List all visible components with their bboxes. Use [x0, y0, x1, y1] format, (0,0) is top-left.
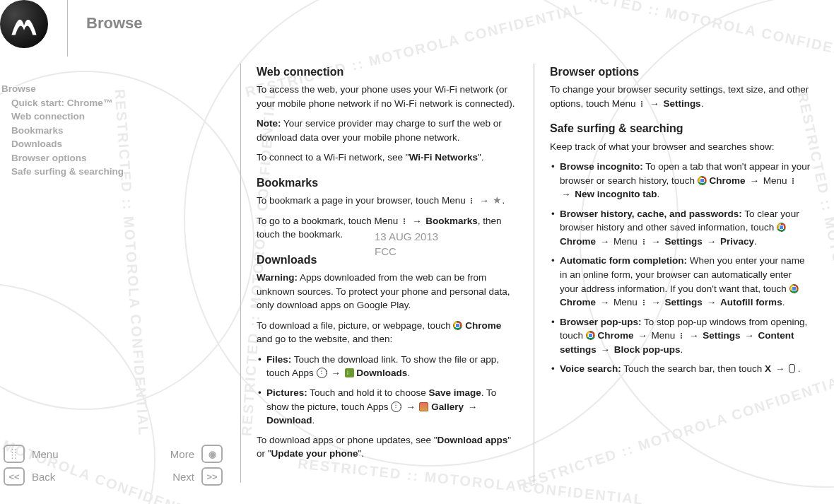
grid-icon: ::::	[4, 445, 25, 463]
list-item: Browser history, cache, and passwords: T…	[550, 207, 811, 249]
heading-browser-options: Browser options	[550, 64, 811, 80]
downloads-icon	[345, 368, 354, 377]
more-button[interactable]: More ◉	[170, 445, 223, 463]
menu-dots-icon	[401, 218, 408, 225]
menu-dots-icon	[678, 332, 685, 339]
menu-dots-icon	[468, 197, 475, 204]
paragraph: To go to a bookmark, touch Menu → Bookma…	[257, 214, 518, 242]
paragraph: To connect to a Wi-Fi network, see "Wi-F…	[257, 151, 518, 165]
paragraph: Keep track of what your browser and sear…	[550, 140, 811, 154]
chrome-icon	[586, 331, 595, 340]
next-icon: >>	[201, 467, 223, 486]
menu-dots-icon	[789, 177, 797, 184]
list-item: Automatic form completion: When you ente…	[550, 254, 811, 309]
heading-web-connection: Web connection	[257, 64, 518, 80]
apps-icon	[391, 402, 401, 412]
list-item: Pictures: Touch and hold it to choose Sa…	[257, 386, 518, 428]
menu-dots-icon	[638, 100, 645, 107]
paragraph: To download apps or phone updates, see "…	[257, 433, 518, 461]
menu-dots-icon	[640, 238, 647, 245]
chrome-icon	[453, 321, 462, 330]
back-icon: <<	[4, 467, 25, 486]
paragraph: To change your browser security settings…	[550, 83, 811, 110]
toc-root[interactable]: Browse	[1, 82, 124, 96]
chrome-icon	[698, 176, 707, 185]
left-sidebar: Browse Browse Quick start: Chrome™ Web c…	[0, 0, 240, 504]
mic-icon	[789, 364, 795, 373]
page-title: Browse	[86, 14, 142, 33]
star-icon: ★	[493, 195, 502, 206]
toc: Browse Quick start: Chrome™ Web connecti…	[1, 82, 124, 179]
menu-button[interactable]: :::: Menu	[4, 445, 59, 463]
toc-item[interactable]: Bookmarks	[1, 124, 124, 138]
list-item: Browse incognito: To open a tab that won…	[550, 160, 811, 201]
heading-safe-surfing: Safe surfing & searching	[550, 120, 811, 136]
more-icon: ◉	[201, 445, 223, 463]
paragraph: To access the web, your phone uses your …	[257, 83, 518, 110]
list-item: Browser pop-ups: To stop pop-up windows …	[550, 315, 811, 357]
list-item: Files: Touch the download link. To show …	[257, 353, 518, 380]
heading-bookmarks: Bookmarks	[257, 175, 518, 191]
list-item: Voice search: Touch the search bar, then…	[550, 362, 811, 376]
toc-item[interactable]: Downloads	[1, 137, 124, 151]
toc-item[interactable]: Web connection	[1, 110, 124, 124]
paragraph: To download a file, picture, or webpage,…	[257, 319, 518, 346]
menu-dots-icon	[640, 299, 647, 306]
toc-item[interactable]: Quick start: Chrome™	[1, 96, 124, 110]
bottom-nav: :::: Menu More ◉ << Back Next >>	[4, 445, 223, 490]
chrome-icon	[777, 223, 786, 232]
paragraph: To bookmark a page in your browser, touc…	[257, 194, 518, 208]
apps-icon	[317, 368, 327, 378]
back-button[interactable]: << Back	[4, 467, 55, 486]
next-button[interactable]: Next >>	[172, 467, 223, 486]
paragraph: Warning: Apps downloaded from the web ca…	[257, 271, 518, 312]
chrome-icon	[789, 284, 799, 293]
content-column-1: Web connection To access the web, your p…	[240, 64, 534, 483]
content-column-2: Browser options To change your browser s…	[534, 64, 827, 483]
toc-item[interactable]: Safe surfing & searching	[1, 165, 124, 179]
gallery-icon	[419, 402, 428, 411]
toc-item[interactable]: Browser options	[1, 151, 124, 165]
motorola-logo-icon	[0, 0, 48, 48]
heading-downloads: Downloads	[257, 252, 518, 268]
paragraph: Note: Your service provider may charge t…	[257, 117, 518, 144]
